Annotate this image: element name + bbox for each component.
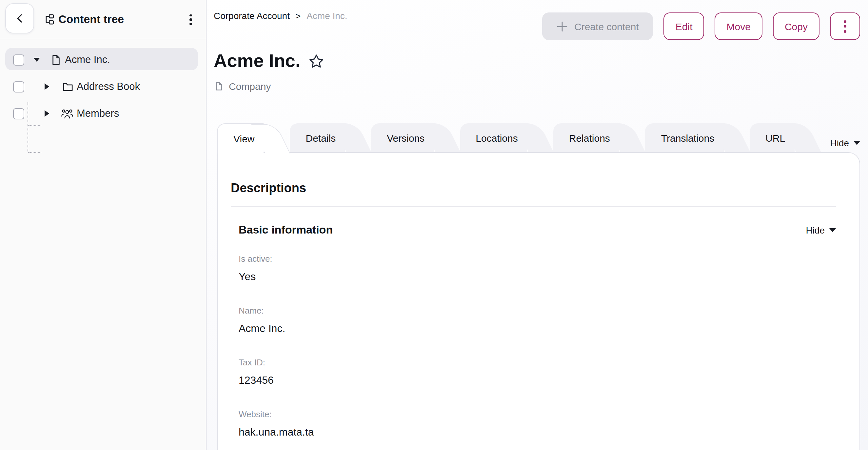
file-icon (51, 54, 62, 65)
collapse-node-caret[interactable] (33, 57, 40, 61)
basic-information-heading: Basic information (239, 224, 333, 237)
tab-url[interactable]: URL (750, 123, 794, 152)
hide-tabs-control[interactable]: Hide (830, 138, 860, 148)
content-tree-sidebar: Content tree Acme Inc. (0, 0, 207, 450)
tab-versions[interactable]: Versions (371, 123, 434, 152)
edit-button[interactable]: Edit (664, 12, 705, 40)
page-title-row: Acme Inc. (214, 50, 325, 72)
caret-down-icon (829, 228, 836, 232)
chevron-left-icon (14, 13, 25, 24)
tree-item-checkbox[interactable] (13, 81, 24, 92)
field-website: Website: hak.una.mata.ta (239, 409, 836, 439)
field-label: Tax ID: (239, 358, 836, 367)
create-content-label: Create content (574, 21, 639, 32)
field-label: Is active: (239, 254, 836, 264)
tree-item-label: Acme Inc. (65, 53, 110, 66)
field-name: Name: Acme Inc. (239, 306, 836, 335)
tree-item-members[interactable]: Members (0, 100, 206, 127)
sidebar-title: Content tree (58, 13, 124, 26)
create-content-button[interactable]: Create content (542, 12, 653, 40)
breadcrumb-current: Acme Inc. (307, 10, 347, 21)
people-icon (61, 108, 74, 119)
tree-connector-horizontal (28, 152, 41, 153)
expand-node-caret[interactable] (44, 83, 49, 90)
field-label: Name: (239, 306, 836, 316)
section-divider (231, 206, 836, 207)
caret-down-icon (854, 141, 860, 145)
content-tree: Acme Inc. Address Book Members (0, 39, 206, 127)
field-value: Yes (239, 270, 836, 283)
collapse-sidebar-button[interactable] (5, 3, 34, 33)
field-label: Website: (239, 409, 836, 419)
tab-view[interactable]: View (217, 123, 264, 153)
sidebar-menu-button[interactable] (185, 11, 197, 28)
field-is-active: Is active: Yes (239, 254, 836, 283)
field-tax-id: Tax ID: 123456 (239, 358, 836, 387)
sidebar-title-wrap: Content tree (43, 0, 124, 39)
content-type-label: Company (229, 81, 271, 92)
more-actions-button[interactable] (830, 12, 860, 40)
action-buttons: Create content Edit Move Copy (542, 12, 860, 40)
plus-icon (557, 21, 568, 32)
field-value: 123456 (239, 374, 836, 387)
breadcrumb-parent-link[interactable]: Corporate Account (214, 10, 290, 21)
main-content: Corporate Account > Acme Inc. Create con… (207, 0, 868, 450)
tree-item-address-book[interactable]: Address Book (0, 73, 206, 100)
bookmark-star-icon[interactable] (308, 53, 325, 69)
field-value: Acme Inc. (239, 322, 836, 335)
breadcrumb: Corporate Account > Acme Inc. (214, 10, 347, 21)
tree-item-checkbox[interactable] (13, 108, 24, 119)
tab-locations[interactable]: Locations (460, 123, 527, 152)
tab-translations[interactable]: Translations (645, 123, 723, 152)
tree-item-label: Address Book (77, 80, 140, 93)
page-title: Acme Inc. (214, 50, 301, 72)
document-icon (214, 81, 223, 91)
view-tab-panel: Descriptions Basic information Hide Is a… (217, 152, 860, 450)
hide-tabs-label: Hide (830, 138, 849, 148)
folder-icon (62, 81, 73, 92)
tree-item-checkbox[interactable] (13, 54, 24, 65)
field-value: hak.una.mata.ta (239, 426, 836, 439)
app-root: Content tree Acme Inc. (0, 0, 868, 450)
breadcrumb-separator: > (296, 11, 301, 21)
basic-information-header: Basic information Hide (239, 224, 836, 237)
sidebar-header: Content tree (0, 0, 206, 39)
tab-relations[interactable]: Relations (553, 123, 619, 152)
tab-bar: View Details Versions Locations Relation… (217, 123, 860, 153)
field-list: Is active: Yes Name: Acme Inc. Tax ID: 1… (239, 254, 836, 439)
hide-section-label: Hide (806, 225, 825, 236)
tab-strip: View Details Versions Locations Relation… (217, 123, 860, 153)
expand-node-caret[interactable] (44, 110, 49, 116)
copy-button[interactable]: Copy (773, 12, 819, 40)
hide-section-control[interactable]: Hide (806, 225, 836, 236)
tree-item-acme-inc[interactable]: Acme Inc. (0, 46, 206, 73)
content-tree-icon (43, 14, 54, 25)
descriptions-heading: Descriptions (231, 181, 836, 196)
tab-details[interactable]: Details (290, 123, 345, 152)
tree-item-label: Members (77, 107, 119, 120)
content-type-row: Company (214, 81, 271, 92)
move-button[interactable]: Move (715, 12, 763, 40)
